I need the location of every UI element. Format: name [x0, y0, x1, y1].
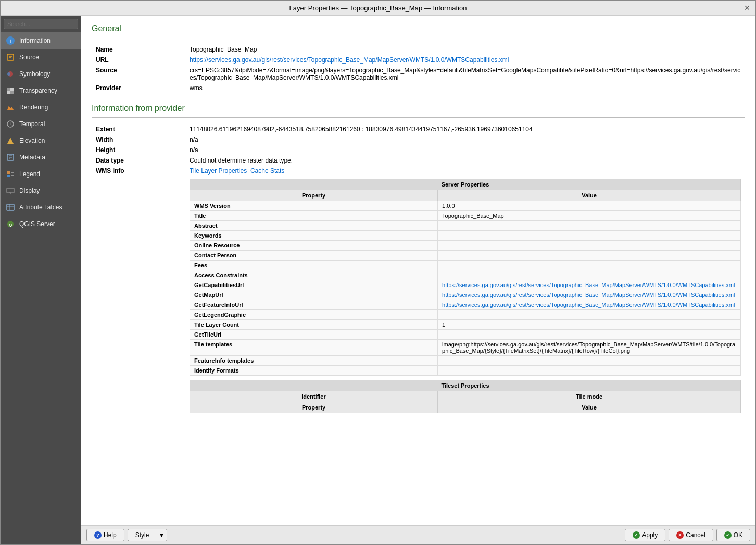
- width-value: n/a: [185, 134, 745, 145]
- wmsinfo-label: WMS Info: [92, 166, 185, 415]
- rendering-icon: [6, 103, 15, 112]
- svg-rect-5: [7, 88, 10, 91]
- svg-text:Q: Q: [9, 222, 12, 227]
- table-row: Abstract: [190, 221, 741, 231]
- sidebar-item-label: Metadata: [19, 154, 45, 161]
- sidebar-item-information[interactable]: i Information: [1, 32, 81, 49]
- svg-rect-17: [7, 171, 10, 174]
- col-identifier-header: Identifier: [190, 391, 438, 402]
- table-row: Tile Layer Count1: [190, 320, 741, 330]
- qgis-server-icon: Q: [6, 219, 15, 229]
- legend-icon: [6, 169, 15, 179]
- apply-button[interactable]: ✓ Apply: [625, 529, 665, 541]
- info-from-provider-title: Information from provider: [92, 104, 745, 113]
- bottom-left: ? Help Style ▼: [86, 529, 167, 541]
- tileset-properties-table: Tileset Properties Identifier Tile mode …: [190, 380, 741, 413]
- symbology-icon: [6, 69, 15, 79]
- sidebar-item-label: Elevation: [19, 137, 45, 144]
- tile-layer-props-link[interactable]: Tile Layer Properties: [190, 167, 247, 175]
- style-label: Style: [135, 531, 149, 539]
- table-row: Identify Formats: [190, 366, 741, 376]
- sidebar-item-label: Temporal: [19, 120, 45, 128]
- content-scroll: General Name Topographic_Base_Map URL ht…: [81, 16, 755, 525]
- metadata-icon: [6, 153, 15, 162]
- col-property-header: Property: [190, 190, 438, 201]
- table-row: GetCapabilitiesUrlhttps://services.ga.go…: [190, 280, 741, 290]
- close-button[interactable]: ✕: [744, 4, 750, 12]
- sidebar-item-rendering[interactable]: Rendering: [1, 99, 81, 116]
- chevron-down-icon: ▼: [158, 531, 165, 539]
- col-tile-mode-header: Tile mode: [438, 391, 741, 402]
- sidebar-item-label: Source: [19, 54, 39, 61]
- sidebar-item-transparency[interactable]: Transparency: [1, 82, 81, 99]
- name-row: Name Topographic_Base_Map: [92, 44, 745, 55]
- sidebar-item-elevation[interactable]: Elevation: [1, 132, 81, 149]
- svg-rect-21: [7, 188, 14, 193]
- bottom-bar: ? Help Style ▼ ✓ Apply: [81, 525, 755, 544]
- tileset-prop-col-header: Property Value: [190, 402, 741, 413]
- help-label: Help: [104, 531, 117, 539]
- wmsinfo-row: WMS Info Tile Layer Properties Cache Sta…: [92, 166, 745, 415]
- content-area: General Name Topographic_Base_Map URL ht…: [81, 16, 755, 544]
- sidebar-search-container: [1, 16, 81, 32]
- layer-properties-window: Layer Properties — Topographic_Base_Map …: [0, 0, 756, 545]
- svg-rect-18: [7, 175, 10, 177]
- sidebar-item-attribute-tables[interactable]: Attribute Tables: [1, 199, 81, 216]
- search-input[interactable]: [4, 19, 78, 29]
- datatype-value: Could not determine raster data type.: [185, 155, 745, 166]
- source-label: Source: [92, 65, 185, 83]
- attribute-icon: [6, 203, 15, 212]
- col-val2-header: Value: [438, 402, 741, 413]
- table-row: Fees: [190, 261, 741, 270]
- wmsinfo-links: Tile Layer Properties Cache Stats Server…: [185, 166, 745, 415]
- sidebar-item-symbology[interactable]: Symbology: [1, 66, 81, 82]
- info-from-provider-table: Extent 11148026.6119621694087982,-644351…: [92, 124, 745, 415]
- name-label: Name: [92, 44, 185, 55]
- table-row: Keywords: [190, 231, 741, 241]
- sidebar-item-metadata[interactable]: Metadata: [1, 149, 81, 166]
- ok-label: OK: [734, 531, 742, 539]
- svg-rect-8: [10, 91, 14, 94]
- source-value: crs=EPSG:3857&dpiMode=7&format=image/png…: [185, 65, 745, 83]
- url-link[interactable]: https://services.ga.gov.au/gis/rest/serv…: [190, 56, 509, 64]
- table-row: GetLegendGraphic: [190, 310, 741, 320]
- cache-stats-link[interactable]: Cache Stats: [250, 167, 284, 175]
- titlebar: Layer Properties — Topographic_Base_Map …: [1, 1, 755, 16]
- tileset-col-header: Identifier Tile mode: [190, 391, 741, 402]
- table-row: FeatureInfo templates: [190, 356, 741, 366]
- sidebar-item-display[interactable]: Display: [1, 182, 81, 199]
- provider-value: wms: [185, 83, 745, 93]
- help-icon: ?: [94, 531, 102, 539]
- svg-rect-24: [7, 204, 14, 210]
- display-icon: [6, 186, 15, 195]
- style-button[interactable]: Style: [128, 529, 157, 541]
- help-button[interactable]: ? Help: [86, 529, 124, 541]
- extent-row: Extent 11148026.6119621694087982,-644351…: [92, 124, 745, 134]
- sidebar-item-temporal[interactable]: Temporal: [1, 116, 81, 132]
- temporal-icon: [6, 119, 15, 129]
- sidebar-item-source[interactable]: Source: [1, 49, 81, 66]
- window-title: Layer Properties — Topographic_Base_Map …: [254, 4, 502, 12]
- svg-rect-6: [10, 88, 14, 91]
- extent-value: 11148026.6119621694087982,-6443518.75820…: [185, 124, 745, 134]
- sidebar-item-label: Information: [19, 37, 51, 44]
- ok-button[interactable]: ✓ OK: [716, 529, 750, 541]
- info-from-provider-section: Information from provider Extent 1114802…: [92, 104, 745, 415]
- server-properties-header-row: Server Properties: [190, 179, 741, 190]
- server-properties-col-header: Property Value: [190, 190, 741, 201]
- col-prop2-header: Property: [190, 402, 438, 413]
- style-dropdown-button[interactable]: ▼: [156, 529, 167, 541]
- svg-point-4: [7, 72, 10, 76]
- sidebar-item-legend[interactable]: Legend: [1, 166, 81, 182]
- datatype-row: Data type Could not determine raster dat…: [92, 155, 745, 166]
- server-properties-table: Server Properties Property Value WMS Ver…: [190, 179, 741, 376]
- extent-label: Extent: [92, 124, 185, 134]
- cancel-button[interactable]: ✕ Cancel: [669, 529, 713, 541]
- apply-check-icon: ✓: [633, 531, 640, 539]
- sidebar-item-label: Symbology: [19, 70, 50, 78]
- table-row: GetTileUrl: [190, 330, 741, 340]
- table-row: GetMapUrlhttps://services.ga.gov.au/gis/…: [190, 290, 741, 300]
- cancel-label: Cancel: [686, 531, 705, 539]
- sidebar-item-qgis-server[interactable]: Q QGIS Server: [1, 216, 81, 232]
- height-value: n/a: [185, 145, 745, 155]
